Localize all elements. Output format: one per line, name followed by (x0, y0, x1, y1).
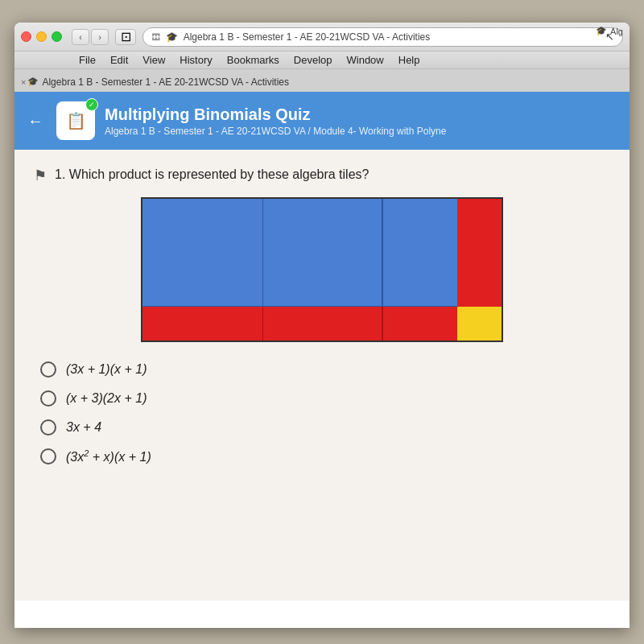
minimize-button[interactable] (36, 31, 47, 42)
back-nav-button[interactable]: ‹ (72, 29, 89, 45)
answer-text-b: (x + 3)(2x + 1) (66, 391, 147, 406)
fullscreen-button[interactable] (52, 31, 62, 42)
tab-favicon-left: 🎓 (166, 31, 178, 43)
question-body: Which product is represented by these al… (69, 167, 369, 181)
radio-c[interactable] (40, 419, 56, 436)
quiz-back-button[interactable]: ← (27, 112, 43, 130)
tab-view-button[interactable]: ⊡ (115, 29, 136, 45)
alg-text: Alg (610, 27, 623, 36)
red-vline-1 (262, 307, 264, 341)
quiz-header: ← 📋 ✓ Multiplying Binomials Quiz Algebra… (14, 92, 630, 150)
url-text: 🎓 Algebra 1 B - Semester 1 - AE 20-21WCS… (166, 31, 605, 43)
menu-history[interactable]: History (180, 54, 212, 66)
red-right-tile (457, 199, 502, 307)
forward-nav-button[interactable]: › (91, 29, 109, 45)
menu-bookmarks[interactable]: Bookmarks (227, 54, 279, 66)
menu-edit[interactable]: Edit (110, 54, 128, 66)
tab-view-icon: ⊡ (121, 29, 131, 44)
question-row: ⚑ 1. Which product is represented by the… (34, 166, 610, 184)
answer-choice-d[interactable]: (3x2 + x)(x + 1) (40, 448, 610, 464)
red-vline-2 (382, 307, 383, 341)
chevron-right-icon: › (98, 32, 101, 42)
green-check-badge: ✓ (85, 98, 98, 111)
radio-d[interactable] (40, 448, 56, 464)
answer-choice-c[interactable]: 3x + 4 (40, 419, 610, 436)
answer-text-a: (3x + 1)(x + 1) (66, 362, 147, 377)
check-icon: ✓ (89, 101, 95, 109)
answer-choice-a[interactable]: (3x + 1)(x + 1) (40, 361, 610, 378)
screen-background: ‹ › ⊡ 𝌞 🎓 Algebra 1 B - Semester 1 - AE … (0, 0, 644, 644)
menu-window[interactable]: Window (347, 54, 384, 66)
menu-file[interactable]: File (79, 54, 96, 66)
algebra-tiles-diagram (141, 197, 503, 342)
answer-choices: (3x + 1)(x + 1) (x + 3)(2x + 1) 3x + 4 (40, 361, 610, 464)
menu-help[interactable]: Help (398, 54, 420, 66)
quiz-icon-container: 📋 ✓ (56, 101, 95, 140)
quiz-body: ⚑ 1. Which product is represented by the… (14, 150, 630, 601)
quiz-checklist-icon: 📋 (66, 111, 86, 130)
question-number: 1. (55, 167, 65, 181)
quiz-subtitle: Algebra 1 B - Semester 1 - AE 20-21WCSD … (105, 126, 617, 137)
bookmark-icon[interactable]: ⚑ (34, 167, 47, 184)
quiz-title: Multiplying Binomials Quiz (105, 105, 617, 124)
menu-develop[interactable]: Develop (294, 54, 332, 66)
answer-text-c: 3x + 4 (66, 420, 101, 435)
question-text: 1. Which product is represented by these… (55, 166, 369, 184)
traffic-lights (21, 31, 62, 42)
radio-a[interactable] (40, 361, 56, 378)
answer-text-d: (3x2 + x)(x + 1) (66, 448, 151, 464)
browser-window: ‹ › ⊡ 𝌞 🎓 Algebra 1 B - Semester 1 - AE … (14, 23, 630, 628)
tab-favicon: 🎓 (27, 76, 39, 87)
menu-view[interactable]: View (142, 54, 165, 66)
title-bar: ‹ › ⊡ 𝌞 🎓 Algebra 1 B - Semester 1 - AE … (14, 23, 630, 52)
tab-strip: × 🎓 Algebra 1 B - Semester 1 - AE 20-21W… (14, 69, 630, 92)
chevron-left-icon: ‹ (79, 32, 82, 42)
address-bar[interactable]: 𝌞 🎓 Algebra 1 B - Semester 1 - AE 20-21W… (142, 27, 623, 47)
close-tab-button[interactable]: × (21, 77, 26, 87)
menu-bar: File Edit View History Bookmarks Develop… (14, 52, 630, 69)
answer-choice-b[interactable]: (x + 3)(2x + 1) (40, 390, 610, 407)
red-bottom-tile (142, 307, 457, 341)
radio-b[interactable] (40, 390, 56, 407)
close-button[interactable] (21, 31, 31, 42)
yellow-corner-tile (457, 307, 502, 341)
quiz-title-area: Multiplying Binomials Quiz Algebra 1 B -… (105, 105, 617, 137)
nav-buttons: ‹ › (72, 29, 109, 45)
alg-favicon: 🎓 (596, 26, 607, 36)
web-content: ← 📋 ✓ Multiplying Binomials Quiz Algebra… (14, 92, 630, 601)
alg-tab-area: 🎓 Alg (596, 26, 623, 36)
tab-title-text: Algebra 1 B - Semester 1 - AE 20-21WCSD … (42, 76, 623, 88)
reader-icon: 𝌞 (151, 31, 161, 43)
